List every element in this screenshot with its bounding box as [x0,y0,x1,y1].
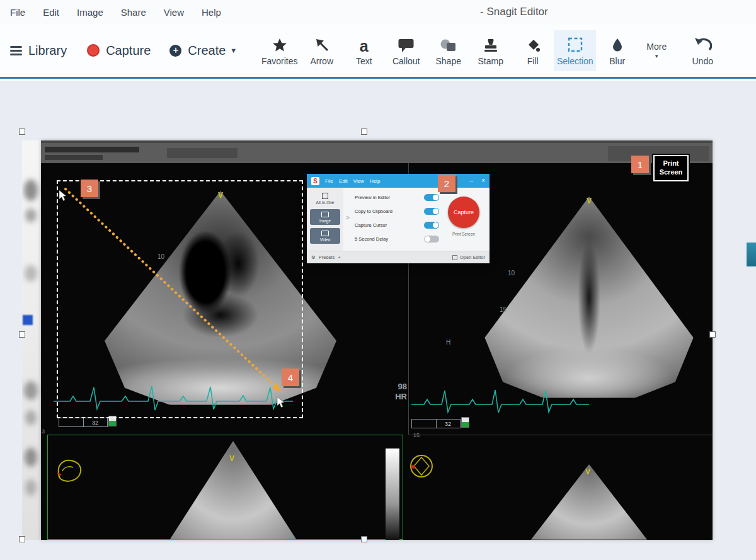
selection-handle-bottom-center[interactable] [361,536,367,542]
tool-label: Text [356,56,372,66]
blur-drop-icon [609,34,626,53]
toggle-capture-cursor[interactable] [424,222,439,229]
orientation-sketch-right [405,450,438,484]
record-dot-icon [87,44,100,57]
tool-label: Selection [557,56,593,66]
tab-image[interactable]: Image [310,209,340,225]
tool-text[interactable]: a Text [343,30,385,71]
widget-capture-button[interactable]: Capture [448,197,479,228]
selection-handle-top-left[interactable] [19,129,25,135]
add-preset-button[interactable]: + [338,254,340,260]
quadrant-divider-horizontal [409,435,713,435]
screenshot-image: V V V V 10 20 10 15 H 98 HR [22,132,713,540]
widget-menu-edit[interactable]: Edit [339,178,348,184]
toggle-copy-to-clipboard[interactable] [424,208,439,215]
fill-icon [525,34,541,53]
tool-shape[interactable]: Shape [427,30,469,71]
chevron-down-icon: ▼ [230,47,237,54]
ecg-trace-right [411,386,589,416]
widget-menu-help[interactable]: Help [370,178,380,184]
create-button[interactable]: ＋ Create ▼ [169,43,237,58]
tool-arrow[interactable]: Arrow [301,30,343,71]
undo-arrow-icon [693,34,712,53]
option-preview-in-editor: Preview in Editor [355,190,439,204]
menu-file[interactable]: File [1,7,34,18]
widget-menu-file[interactable]: File [325,178,333,184]
tool-label: Callout [392,56,420,66]
apex-marker: V [584,467,592,476]
plus-circle-icon: ＋ [169,45,181,57]
text-icon: a [360,34,369,53]
tool-label: Fill [527,56,539,66]
all-in-one-icon [322,193,328,199]
tool-more[interactable]: More ▼ [638,30,675,71]
menu-view[interactable]: View [155,7,193,18]
ultrasound-quadrant-top-right [476,197,702,398]
capture-button[interactable]: Capture [87,43,151,58]
option-copy-to-clipboard: Copy to Clipboard [355,204,439,218]
capture-widget-body: All-in-One Image Video > [307,188,490,251]
tool-blur[interactable]: Blur [596,30,638,71]
video-icon [321,231,329,236]
selection-handle-top-center[interactable] [361,129,367,135]
tool-undo[interactable]: Undo [684,30,721,71]
open-editor-icon [452,255,457,260]
tool-favorites[interactable]: Favorites [258,30,301,71]
right-edge-fragment [747,243,756,266]
minimize-button[interactable]: – [470,178,474,184]
menu-image[interactable]: Image [68,7,112,18]
arrow-icon [314,34,330,53]
star-icon [272,34,288,53]
library-label: Library [28,43,67,58]
selection-handle-right-center[interactable] [709,331,716,338]
toolbar: Library Capture ＋ Create ▼ Favorites Arr… [0,24,756,79]
depth-label: 10 [508,270,515,277]
open-editor-button[interactable]: Open Editor [452,254,485,260]
tool-callout[interactable]: Callout [385,30,427,71]
tool-selection[interactable]: Selection [554,30,596,71]
apex-marker: V [585,197,593,205]
tool-strip: Favorites Arrow a Text Callout [258,30,721,71]
sweep-scale-right: 32 [411,419,461,428]
capture-options: Preview in Editor Copy to Clipboard Capt… [355,190,439,246]
editor-canvas[interactable]: V V V V 10 20 10 15 H 98 HR [0,81,756,560]
tool-stamp[interactable]: Stamp [469,30,512,71]
selection-handle-bottom-left[interactable] [19,536,25,542]
hamburger-icon [10,46,22,55]
capture-mode-sidebar: All-in-One Image Video [307,188,343,251]
callout-icon [398,34,415,53]
captured-app-window: V V V V 10 20 10 15 H 98 HR [41,140,713,540]
toggle-preview-in-editor[interactable] [424,194,439,201]
heart-rate-readout: 98 HR [384,382,407,402]
shape-icon [440,34,457,53]
capture-widget-titlebar[interactable]: S File Edit View Help – × [307,174,490,188]
step-badge-2: 2 [438,174,455,192]
menu-help[interactable]: Help [193,7,230,18]
tool-label: Favorites [261,56,298,66]
selection-handle-left-center[interactable] [19,331,25,338]
blurred-left-strip [22,140,41,540]
toggle-5-second-delay[interactable] [424,236,439,243]
grayscale-bar [386,449,399,540]
menu-share[interactable]: Share [112,7,155,18]
menu-edit[interactable]: Edit [34,7,68,18]
depth-label: 15 [500,306,507,313]
capture-widget: S File Edit View Help – × [307,174,490,263]
hr-label: HR [384,392,407,402]
corner-label: 3 [42,428,45,435]
selection-marquee[interactable] [57,180,303,418]
chevron-right-icon: > [346,214,350,221]
sweep-scale-left: 32 [59,418,108,427]
close-button[interactable]: × [481,178,485,184]
print-screen-key-label: Print Screen [653,155,689,181]
selection-icon [567,34,583,53]
presets-button[interactable]: ⚙ Presets + [311,254,341,260]
tab-video[interactable]: Video [310,228,340,244]
step-badge-1: 1 [631,156,649,173]
widget-menu-view[interactable]: View [353,178,364,184]
window-title: - Snagit Editor [480,6,548,18]
tab-all-in-one[interactable]: All-in-One [310,191,340,206]
h-marker: H [446,339,450,346]
library-button[interactable]: Library [10,43,67,58]
tool-fill[interactable]: Fill [512,30,554,71]
